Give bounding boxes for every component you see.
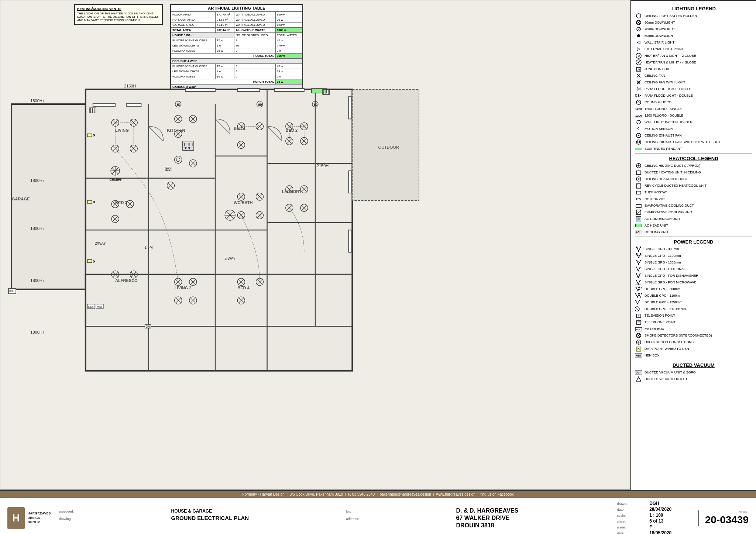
svg-text:DV: DV — [145, 325, 150, 328]
legend-item: CEILING HEATING DUCT (APPROX) — [635, 163, 752, 169]
ducted-vacuum-unit-icon: DV — [635, 369, 642, 375]
svg-text:LIVING: LIVING — [115, 128, 129, 132]
svg-point-315 — [641, 287, 642, 289]
svg-point-293 — [636, 267, 637, 268]
svg-marker-239 — [637, 87, 640, 90]
svg-text:ALFRESCO: ALFRESCO — [115, 278, 138, 283]
legend-item: DUCTED HEATING UNIT IN CEILING — [635, 169, 752, 175]
legend-item: NBN NBN BOX — [635, 352, 752, 358]
svg-text:KITCHEN: KITCHEN — [167, 128, 185, 132]
divider — [635, 237, 752, 237]
svg-text:2/WAY: 2/WAY — [224, 256, 236, 261]
svg-text:2150H: 2150H — [317, 163, 329, 168]
ducted-heating-unit-icon — [635, 169, 642, 175]
legend-label: RETURN AIR — [645, 197, 665, 201]
svg-text:NBN: NBN — [88, 305, 94, 309]
svg-point-245 — [638, 101, 639, 103]
legend-label: DUCTED VACUUM UNIT & SGPO — [645, 371, 696, 374]
job-label: job no.: — [705, 510, 749, 514]
legend-label: SINGLE GPO - 300mm — [645, 247, 679, 251]
legend-label: JUNCTION BOX — [645, 67, 669, 71]
svg-marker-225 — [637, 48, 640, 51]
legend-label: CEILING LIGHT BATTEN HOLDER — [645, 14, 697, 18]
issue-label: issue: — [617, 526, 646, 529]
legend-item: SINGLE GPO - 1350mm — [635, 259, 752, 265]
legend-item: UBO & RHOOD CONNECTIONS — [635, 339, 752, 345]
svg-point-223 — [637, 34, 640, 37]
telephone-point-icon — [635, 319, 642, 325]
svg-line-303 — [636, 280, 638, 284]
round-fluoro-icon — [635, 99, 642, 105]
return-air-icon: RA — [635, 196, 642, 202]
legend-label: CEILING FAN — [645, 74, 665, 77]
legend-panel: LIGHTING LEGEND CEILING LIGHT BATTEN HOL… — [630, 0, 756, 490]
legend-label: 70mm DOWNLIGHT — [645, 27, 675, 31]
legend-item: ⊛ HEATER/FAN & LIGHT - 2 GLOBE — [635, 53, 752, 59]
svg-point-299 — [636, 273, 637, 275]
logo-h-icon: H — [7, 507, 25, 529]
single-gpo-1350-icon — [635, 259, 642, 265]
legend-label: EVAPORATIVE COOLING DUCT — [645, 204, 694, 207]
svg-point-277 — [640, 247, 641, 248]
svg-text:BED 3: BED 3 — [115, 200, 127, 205]
svg-point-276 — [636, 247, 638, 248]
main-container: HEATING/COOLING VENTS: THE LOCATION OF T… — [0, 0, 756, 534]
svg-text:1800H↑: 1800H↑ — [30, 278, 44, 283]
svg-text:M/B: M/B — [636, 328, 640, 331]
legend-label: CEILING HEAT/COOL DUCT — [645, 177, 688, 181]
svg-text:BED 1: BED 1 — [234, 126, 245, 131]
svg-rect-149 — [87, 200, 92, 203]
legend-item: JB JUNCTION BOX — [635, 66, 752, 72]
legend-label: AC HEAD UNIT — [645, 224, 668, 227]
svg-point-327 — [635, 300, 636, 301]
svg-text:LAUNDRY: LAUNDRY — [282, 189, 302, 194]
legend-label: TELEVISION POINT — [645, 314, 675, 317]
rev-date-value: 18/05/2020 — [649, 530, 691, 534]
ac-head-unit-icon — [635, 223, 642, 228]
1200-fluoro-double-icon: 1200 — [635, 113, 642, 118]
svg-point-289 — [638, 264, 639, 265]
drawing-info-grid: drawn: DGH date: 28/04/2020 scale: 1 : 1… — [617, 501, 691, 534]
ceiling-exhaust-fan-icon — [635, 132, 642, 138]
for-value: D. & D. HARGREAVES — [456, 507, 610, 514]
1200-fluoro-single-icon: 1200 — [635, 106, 642, 112]
rev-cycle-ducted-icon — [635, 183, 642, 189]
legend-label: SMOKE DETECTORS (INTERCONNECTED) — [645, 334, 712, 337]
svg-rect-171 — [348, 97, 351, 119]
ac-head-symbol — [635, 224, 642, 227]
legend-item: CEILING EXHAUST FAN — [635, 132, 752, 138]
svg-point-261 — [636, 177, 641, 181]
90mm-downlight-icon — [635, 20, 642, 25]
ducted-vacuum-outlet-icon — [635, 376, 642, 382]
legend-item: DV DUCTED VACUUM UNIT & SGPO — [635, 369, 752, 375]
svg-point-287 — [636, 260, 638, 261]
drawing-label: drawing: — [59, 517, 165, 521]
date-label: date: — [617, 508, 646, 511]
proposed-value: HOUSE & GARAGE — [171, 509, 340, 514]
legend-label: 90mm DOWNLIGHT — [645, 21, 675, 24]
legend-item: 50mm DOWNLIGHT — [635, 33, 752, 39]
svg-rect-167 — [126, 103, 141, 106]
svg-text:1.5M: 1.5M — [144, 245, 152, 249]
ceiling-fan-icon — [635, 73, 642, 79]
svg-text:DV: DV — [166, 168, 171, 171]
svg-point-213 — [189, 147, 190, 149]
single-gpo-ext-icon — [635, 266, 642, 272]
content-area: HEATING/COOLING VENTS: THE LOCATION OF T… — [0, 0, 756, 490]
single-gpo-1100-icon — [635, 253, 642, 259]
legend-item: 1200 1200 FLUORO - DOUBLE — [635, 113, 752, 118]
svg-text:JB: JB — [637, 68, 640, 71]
svg-text:1800H↑: 1800H↑ — [30, 226, 44, 231]
double-gpo-1100-icon — [635, 293, 642, 299]
svg-rect-170 — [275, 89, 304, 92]
rev-date-label: date: — [617, 531, 646, 534]
svg-point-235 — [638, 75, 639, 76]
single-gpo-dishwasher-icon — [635, 273, 642, 279]
for-label: for: — [346, 510, 450, 513]
legend-item: EXTERNAL LIGHT POINT — [635, 46, 752, 52]
svg-text:DV: DV — [636, 371, 639, 374]
svg-rect-258 — [636, 171, 641, 175]
svg-marker-351 — [636, 377, 641, 381]
svg-line-304 — [638, 280, 640, 284]
svg-text:D: D — [93, 200, 95, 204]
